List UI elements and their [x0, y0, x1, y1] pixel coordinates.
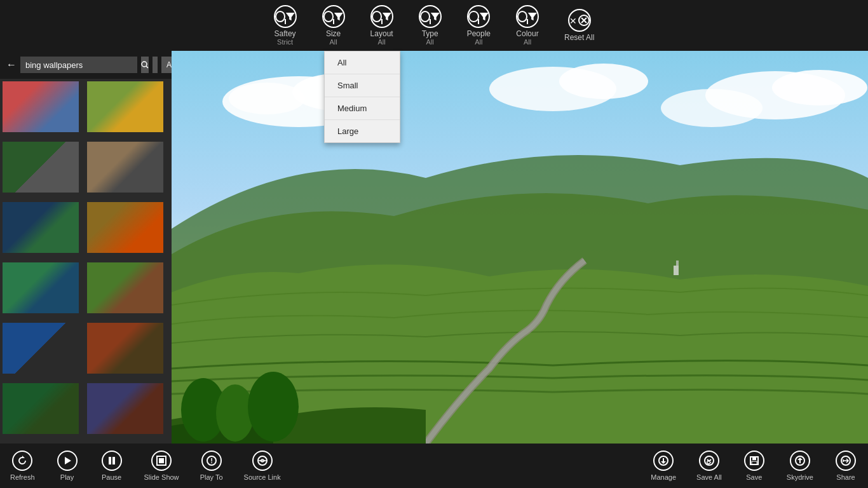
refresh-label: Refresh — [10, 473, 35, 481]
svg-marker-25 — [22, 456, 25, 458]
thumbnail-6[interactable] — [87, 202, 163, 253]
save-icon — [744, 451, 764, 471]
slideshow-icon — [151, 451, 172, 471]
page-number[interactable] — [153, 57, 158, 73]
thumbnail-2[interactable] — [87, 81, 163, 132]
share-button[interactable]: Share — [824, 445, 868, 486]
svg-marker-4 — [479, 13, 488, 20]
svg-marker-44 — [797, 458, 803, 460]
thumbnails-grid — [0, 79, 172, 444]
thumbnail-9[interactable] — [3, 323, 79, 374]
vineyard-svg — [172, 51, 868, 444]
search-bar: ← All Small Medium Large — [0, 51, 172, 79]
colour-sub: All — [524, 38, 531, 46]
reset-all-icon — [568, 9, 591, 32]
thumbnail-8[interactable] — [87, 262, 163, 313]
filter-size[interactable]: Size All — [322, 5, 345, 46]
dropdown-item-medium[interactable]: Medium — [325, 97, 400, 120]
filter-colour[interactable]: Colour All — [516, 5, 539, 46]
vineyard-background — [172, 51, 868, 444]
safety-label: Saftey — [275, 29, 296, 38]
back-button[interactable]: ← — [6, 56, 17, 74]
svg-rect-24 — [676, 261, 679, 266]
save-button[interactable]: Save — [732, 445, 776, 486]
bottom-toolbar: Refresh Play Pause — [0, 444, 868, 488]
svg-rect-27 — [109, 457, 111, 464]
size-label: Size — [326, 29, 341, 38]
play-icon — [57, 451, 78, 471]
layout-icon — [370, 5, 393, 28]
svg-point-9 — [142, 62, 147, 67]
save-label: Save — [746, 473, 762, 481]
size-sub: All — [329, 38, 337, 46]
svg-point-22 — [248, 372, 299, 442]
dropdown-item-all[interactable]: All — [325, 51, 400, 74]
slideshow-button[interactable]: Slide Show — [134, 445, 189, 486]
thumbnail-10[interactable] — [87, 323, 163, 374]
refresh-button[interactable]: Refresh — [0, 445, 45, 486]
svg-rect-30 — [159, 458, 164, 463]
save-all-button[interactable]: Save All — [686, 445, 732, 486]
manage-icon — [653, 451, 674, 471]
toolbar-left-group: Refresh Play Pause — [0, 445, 291, 486]
thumbnail-4[interactable] — [87, 142, 163, 193]
search-input[interactable] — [20, 57, 137, 73]
dropdown-item-small[interactable]: Small — [325, 74, 400, 97]
filter-reset-all[interactable]: Reset All — [564, 9, 594, 42]
svg-point-19 — [772, 70, 867, 105]
layout-sub: All — [378, 38, 386, 46]
svg-marker-1 — [334, 13, 343, 20]
safety-icon — [274, 5, 297, 28]
toolbar-right-group: Manage Save All Save — [641, 445, 868, 486]
colour-label: Colour — [516, 29, 538, 38]
colour-icon — [516, 5, 539, 28]
svg-marker-37 — [661, 461, 666, 464]
play-to-button[interactable]: ! Play To — [189, 445, 234, 486]
svg-rect-23 — [674, 266, 679, 275]
manage-button[interactable]: Manage — [641, 445, 686, 486]
skydrive-label: Skydrive — [787, 473, 813, 481]
play-label: Play — [60, 473, 74, 481]
svg-rect-40 — [752, 457, 756, 460]
main-image-area — [172, 51, 868, 444]
left-panel: ← All Small Medium Large — [0, 51, 172, 444]
skydrive-icon — [790, 451, 810, 471]
svg-marker-3 — [431, 13, 440, 20]
refresh-icon — [12, 451, 32, 471]
thumbnail-3[interactable] — [3, 142, 79, 193]
thumbnail-1[interactable] — [3, 81, 79, 132]
play-button[interactable]: Play — [45, 445, 90, 486]
people-icon — [467, 5, 490, 28]
size-dropdown-menu: All Small Medium Large — [324, 51, 400, 143]
save-all-icon — [699, 451, 719, 471]
source-link-button[interactable]: Source Link — [234, 445, 291, 486]
skydrive-button[interactable]: Skydrive — [776, 445, 824, 486]
pause-label: Pause — [102, 473, 121, 481]
size-icon — [322, 5, 345, 28]
source-link-label: Source Link — [244, 473, 281, 481]
thumbnail-7[interactable] — [3, 262, 79, 313]
svg-point-16 — [559, 64, 648, 99]
manage-label: Manage — [651, 473, 676, 481]
filter-layout[interactable]: Layout All — [370, 5, 393, 46]
type-label: Type — [422, 29, 438, 38]
thumbnail-5[interactable] — [3, 202, 79, 253]
filter-type[interactable]: Type All — [419, 5, 442, 46]
source-link-icon — [252, 451, 273, 471]
filter-safety[interactable]: Saftey Strict — [274, 5, 297, 46]
thumbnail-11[interactable] — [3, 383, 79, 434]
people-sub: All — [475, 38, 482, 46]
type-icon — [419, 5, 442, 28]
pause-button[interactable]: Pause — [90, 445, 134, 486]
thumbnail-12[interactable] — [87, 383, 163, 434]
dropdown-item-large[interactable]: Large — [325, 120, 400, 142]
svg-marker-0 — [286, 13, 295, 20]
filter-people[interactable]: People All — [467, 5, 491, 46]
type-sub: All — [426, 38, 434, 46]
safety-sub: Strict — [277, 38, 293, 46]
slideshow-label: Slide Show — [144, 473, 179, 481]
top-filter-bar: Saftey Strict Size All Layout All Type A… — [0, 0, 868, 51]
search-button[interactable] — [141, 57, 149, 73]
play-to-label: Play To — [200, 473, 223, 481]
people-label: People — [467, 29, 491, 38]
